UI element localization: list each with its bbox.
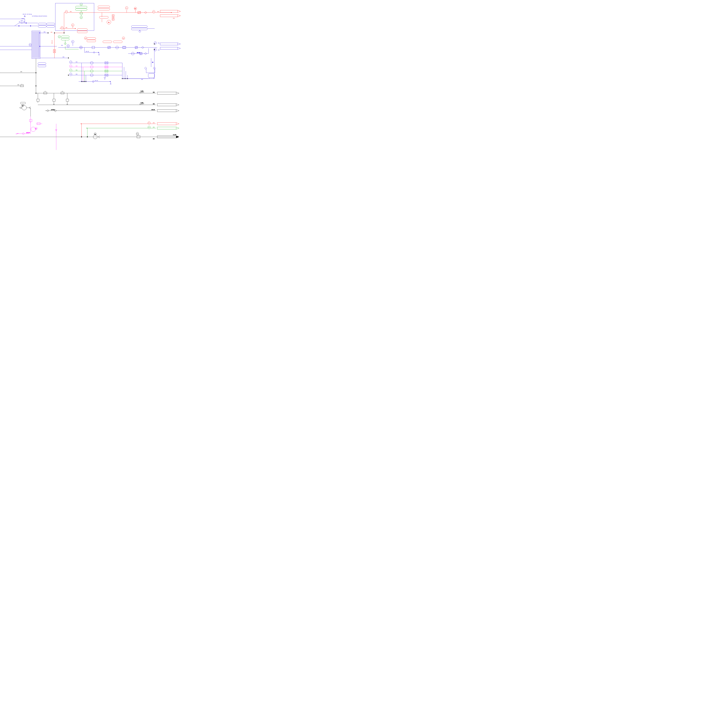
red-40-32-label: 40/32	[21, 18, 24, 19]
svg-text:M: M	[35, 128, 37, 129]
svg-text:DN: DN	[76, 65, 78, 67]
svg-rect-4	[38, 25, 46, 28]
svg-rect-26	[98, 8, 110, 10]
svg-rect-7	[32, 31, 40, 58]
svg-text:M: M	[22, 105, 23, 106]
svg-text:1/2"/25: 1/2"/25	[51, 109, 55, 110]
svg-rect-65	[103, 41, 112, 43]
tag-24: 24	[58, 35, 61, 38]
svg-rect-27	[99, 16, 108, 18]
dn-l1: DN	[44, 31, 46, 33]
svg-rect-38	[75, 6, 87, 8]
svg-rect-10	[38, 63, 46, 65]
svg-rect-64	[87, 40, 96, 42]
svg-rect-3	[38, 23, 46, 25]
svg-rect-15	[160, 15, 177, 17]
svg-text:PI: PI	[72, 41, 73, 43]
svg-text:16: 16	[67, 45, 69, 47]
dn20-a: DN 20	[86, 51, 89, 52]
spec-label: DN 25 / 32 36 bar	[23, 14, 32, 15]
svg-text:M: M	[95, 133, 96, 135]
svg-rect-50	[160, 47, 177, 49]
svg-point-162	[154, 44, 155, 44]
tag-20b: 20	[122, 37, 125, 40]
svg-text:22: 22	[81, 4, 82, 5]
svg-rect-45	[61, 36, 69, 38]
header-group: DN 25 / 32 36 bar EXTERNAL BOILER WOK01 …	[0, 14, 55, 28]
svg-text:54: 54	[148, 122, 150, 124]
svg-point-163	[154, 49, 155, 50]
svg-rect-25	[98, 6, 110, 8]
svg-text:DN: DN	[66, 27, 67, 28]
svg-text:21: 21	[153, 11, 154, 12]
svg-rect-117	[66, 99, 69, 101]
svg-text:DN 20: DN 20	[95, 80, 98, 81]
tag-TI: TI	[125, 6, 128, 9]
dn-r2: DN	[157, 11, 159, 12]
dn-r3: DN	[173, 18, 175, 19]
svg-text:DN: DN	[153, 92, 154, 93]
branch-19	[71, 61, 122, 64]
svg-text:M: M	[108, 22, 109, 23]
dn-r1: DN	[70, 11, 72, 12]
svg-rect-39	[75, 8, 87, 11]
title-label: EXTERNAL BOILER WOK01	[32, 15, 47, 17]
svg-text:DN: DN	[76, 61, 78, 63]
svg-text:DN: DN	[153, 127, 154, 128]
svg-text:DN: DN	[153, 138, 154, 139]
tag-21a: 21	[65, 10, 67, 14]
svg-rect-63	[87, 38, 96, 40]
svg-text:DN: DN	[50, 32, 52, 33]
svg-point-160	[68, 58, 69, 58]
svg-rect-49	[160, 43, 177, 45]
svg-rect-66	[113, 41, 122, 43]
svg-text:TI: TI	[126, 8, 127, 9]
dn-l3: DN	[63, 57, 64, 58]
svg-rect-118	[157, 104, 176, 106]
tag-20a: 20	[84, 37, 87, 40]
svg-text:PI: PI	[135, 8, 136, 9]
svg-rect-5	[47, 23, 55, 25]
svg-point-158	[54, 32, 55, 33]
svg-rect-129	[37, 122, 40, 125]
svg-rect-147	[137, 135, 140, 138]
svg-rect-154	[132, 28, 147, 30]
svg-text:DN: DN	[153, 122, 154, 124]
svg-text:61: 61	[29, 44, 31, 46]
svg-text:DN: DN	[158, 49, 159, 50]
svg-rect-110	[157, 92, 176, 94]
dn-l4: DN	[20, 71, 22, 72]
svg-text:18: 18	[70, 66, 71, 67]
exchanger-61	[32, 31, 40, 58]
svg-rect-6	[47, 25, 55, 28]
tag-22b: 22	[80, 16, 83, 19]
svg-text:40: 40	[152, 61, 153, 63]
svg-text:20: 20	[85, 38, 86, 39]
svg-text:0,1%: 0,1%	[141, 90, 143, 92]
svg-text:DN: DN	[76, 69, 78, 71]
tag-21c: 21	[61, 26, 63, 29]
svg-text:22: 22	[81, 17, 82, 18]
svg-text:24: 24	[59, 36, 60, 38]
svg-rect-79	[148, 73, 154, 78]
svg-text:16: 16	[70, 74, 71, 75]
svg-rect-155	[77, 29, 87, 31]
svg-rect-128	[29, 119, 32, 122]
svg-text:DN: DN	[76, 73, 78, 75]
svg-text:DN 25: DN 25	[151, 109, 155, 110]
pid-diagram: DN 25 / 32 36 bar EXTERNAL BOILER WOK01 …	[0, 0, 187, 150]
svg-rect-134	[157, 122, 176, 125]
svg-text:19: 19	[70, 61, 71, 63]
svg-rect-156	[77, 31, 87, 33]
tag-61: 61	[29, 43, 31, 46]
svg-rect-153	[132, 26, 147, 28]
svg-rect-115	[37, 99, 39, 101]
svg-text:DN: DN	[158, 42, 159, 44]
dn15-label: DN 15	[51, 40, 53, 44]
svg-text:16: 16	[154, 42, 156, 44]
svg-text:21: 21	[66, 11, 67, 12]
svg-point-157	[47, 32, 49, 33]
svg-point-164	[35, 72, 37, 73]
svg-text:20: 20	[123, 38, 124, 39]
svg-rect-124	[20, 102, 26, 104]
